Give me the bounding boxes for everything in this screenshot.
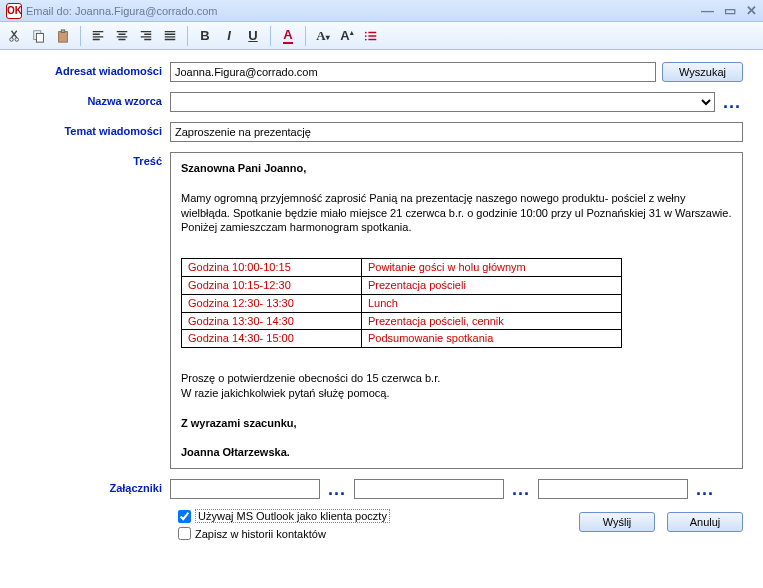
schedule-desc: Prezentacja pościeli — [362, 276, 622, 294]
paste-icon — [56, 29, 70, 43]
row-body: Treść Szanowna Pani Joanno, Mamy ogromną… — [20, 152, 743, 469]
font-face-button[interactable]: A▾ — [312, 25, 334, 47]
attachment-input-1[interactable] — [170, 479, 320, 499]
separator — [80, 26, 81, 46]
copy-icon — [32, 29, 46, 43]
font-size-icon: A▴ — [340, 28, 353, 43]
row-subject: Temat wiadomości — [20, 122, 743, 142]
schedule-time: Godzina 10:15-12:30 — [182, 276, 362, 294]
schedule-time: Godzina 13:30- 14:30 — [182, 312, 362, 330]
label-recipient: Adresat wiadomości — [20, 62, 170, 77]
font-face-icon: A▾ — [316, 28, 329, 44]
history-checkbox[interactable] — [178, 527, 191, 540]
window-controls: — ▭ ✕ — [701, 3, 757, 18]
svg-point-1 — [15, 37, 19, 41]
copy-button[interactable] — [28, 25, 50, 47]
table-row: Godzina 14:30- 15:00Podsumowanie spotkan… — [182, 330, 622, 348]
subject-input[interactable] — [170, 122, 743, 142]
app-icon: OK — [6, 3, 22, 19]
table-row: Godzina 10:00-10:15Powitanie gości w hol… — [182, 259, 622, 277]
svg-rect-3 — [36, 33, 43, 42]
align-justify-icon — [163, 29, 177, 43]
align-left-button[interactable] — [87, 25, 109, 47]
attachment-browse-3[interactable]: ... — [694, 483, 716, 495]
outlook-label[interactable]: Używaj MS Outlook jako klienta poczty — [195, 509, 390, 523]
body-p2: Poniżej zamieszczam harmonogram spotkani… — [181, 220, 732, 235]
align-center-button[interactable] — [111, 25, 133, 47]
schedule-time: Godzina 12:30- 13:30 — [182, 294, 362, 312]
cancel-button[interactable]: Anuluj — [667, 512, 743, 532]
label-subject: Temat wiadomości — [20, 122, 170, 137]
font-size-button[interactable]: A▴ — [336, 25, 358, 47]
font-color-icon: A — [283, 27, 292, 44]
separator — [187, 26, 188, 46]
body-editor[interactable]: Szanowna Pani Joanno, Mamy ogromną przyj… — [170, 152, 743, 469]
send-button[interactable]: Wyślij — [579, 512, 655, 532]
underline-icon: U — [248, 28, 257, 43]
row-recipient: Adresat wiadomości Wyszukaj — [20, 62, 743, 82]
underline-button[interactable]: U — [242, 25, 264, 47]
italic-button[interactable]: I — [218, 25, 240, 47]
body-signature: Joanna Ołtarzewska. — [181, 445, 732, 460]
label-template: Nazwa wzorca — [20, 92, 170, 107]
svg-rect-5 — [61, 29, 65, 32]
svg-point-7 — [365, 35, 367, 37]
body-greeting: Szanowna Pani Joanno, — [181, 161, 732, 176]
attachment-input-2[interactable] — [354, 479, 504, 499]
table-row: Godzina 13:30- 14:30Prezentacja pościeli… — [182, 312, 622, 330]
content: Adresat wiadomości Wyszukaj Nazwa wzorca… — [0, 50, 763, 550]
template-browse-button[interactable]: ... — [721, 96, 743, 108]
separator — [305, 26, 306, 46]
bold-icon: B — [200, 28, 209, 43]
svg-point-0 — [10, 37, 14, 41]
attachment-browse-2[interactable]: ... — [510, 483, 532, 495]
schedule-desc: Prezentacja pościeli, cennik — [362, 312, 622, 330]
recipient-input[interactable] — [170, 62, 656, 82]
toolbar: B I U A A▾ A▴ — [0, 22, 763, 50]
schedule-table: Godzina 10:00-10:15Powitanie gości w hol… — [181, 258, 622, 348]
body-p4: W razie jakichkolwiek pytań służę pomocą… — [181, 386, 732, 401]
align-justify-button[interactable] — [159, 25, 181, 47]
history-label[interactable]: Zapisz w historii kontaktów — [195, 528, 326, 540]
list-button[interactable] — [360, 25, 382, 47]
align-left-icon — [91, 29, 105, 43]
align-right-icon — [139, 29, 153, 43]
list-icon — [364, 29, 378, 43]
schedule-time: Godzina 14:30- 15:00 — [182, 330, 362, 348]
template-select[interactable] — [170, 92, 715, 112]
minimize-button[interactable]: — — [701, 3, 714, 18]
font-color-button[interactable]: A — [277, 25, 299, 47]
scissors-icon — [8, 29, 22, 43]
body-closing: Z wyrazami szacunku, — [181, 416, 732, 431]
attachment-input-3[interactable] — [538, 479, 688, 499]
svg-point-6 — [365, 31, 367, 33]
attachment-browse-1[interactable]: ... — [326, 483, 348, 495]
label-body: Treść — [20, 152, 170, 167]
align-right-button[interactable] — [135, 25, 157, 47]
table-row: Godzina 12:30- 13:30Lunch — [182, 294, 622, 312]
italic-icon: I — [227, 28, 231, 43]
separator — [270, 26, 271, 46]
body-p3: Proszę o potwierdzenie obecności do 15 c… — [181, 371, 732, 386]
schedule-desc: Podsumowanie spotkania — [362, 330, 622, 348]
window-title: Email do: Joanna.Figura@corrado.com — [26, 5, 701, 17]
schedule-desc: Powitanie gości w holu głównym — [362, 259, 622, 277]
search-button[interactable]: Wyszukaj — [662, 62, 743, 82]
schedule-time: Godzina 10:00-10:15 — [182, 259, 362, 277]
row-attachments: Załączniki ... ... ... — [20, 479, 743, 499]
svg-point-8 — [365, 38, 367, 40]
cut-button[interactable] — [4, 25, 26, 47]
schedule-desc: Lunch — [362, 294, 622, 312]
outlook-checkbox[interactable] — [178, 510, 191, 523]
titlebar: OK Email do: Joanna.Figura@corrado.com —… — [0, 0, 763, 22]
paste-button[interactable] — [52, 25, 74, 47]
close-button[interactable]: ✕ — [746, 3, 757, 18]
table-row: Godzina 10:15-12:30Prezentacja pościeli — [182, 276, 622, 294]
maximize-button[interactable]: ▭ — [724, 3, 736, 18]
body-p1: Mamy ogromną przyjemność zaprosić Panią … — [181, 191, 732, 221]
svg-rect-4 — [59, 31, 68, 42]
bold-button[interactable]: B — [194, 25, 216, 47]
align-center-icon — [115, 29, 129, 43]
label-attachments: Załączniki — [20, 479, 170, 494]
row-template: Nazwa wzorca ... — [20, 92, 743, 112]
